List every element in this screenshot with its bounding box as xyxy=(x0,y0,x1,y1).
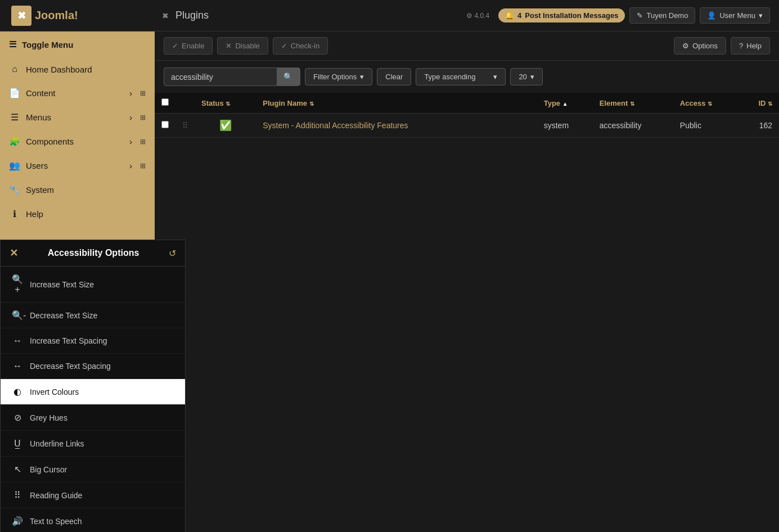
id-header[interactable]: ID ⇅ xyxy=(740,93,780,114)
home-icon: ⌂ xyxy=(9,64,20,74)
chevron-down-icon: ▾ xyxy=(360,73,364,81)
users-icon: 👥 xyxy=(9,160,20,171)
increase-text-size-icon: 🔍+ xyxy=(12,274,23,295)
select-all-checkbox[interactable] xyxy=(161,98,169,106)
notification-button[interactable]: 🔔 4 Post Installation Messages xyxy=(498,8,625,22)
type-header[interactable]: Type ▲ xyxy=(537,93,593,114)
plugins-table-wrap: Status ⇅ Plugin Name ⇅ Type ▲ Eleme xyxy=(155,93,779,532)
sidebar-item-menus[interactable]: ☰ Menus › ⊞ xyxy=(0,105,155,129)
grid-icon: ⊞ xyxy=(140,162,146,170)
count-select[interactable]: 20 ▾ xyxy=(510,68,542,85)
panel-left-controls: ✕ xyxy=(10,247,18,259)
access-header[interactable]: Access ⇅ xyxy=(673,93,740,114)
chevron-down-icon: ▾ xyxy=(759,11,763,20)
options-button[interactable]: ⚙ Options xyxy=(674,37,726,55)
plugins-icon: ✖ xyxy=(162,11,169,20)
status-header[interactable]: Status ⇅ xyxy=(195,93,256,114)
accessibility-item-increase-text-spacing[interactable]: ↔ Increase Text Spacing xyxy=(1,328,185,354)
user-icon: 👤 xyxy=(707,11,716,20)
tuyen-demo-button[interactable]: ✎ Tuyen Demo xyxy=(629,7,695,24)
sidebar-item-help[interactable]: ℹ Help xyxy=(0,202,155,226)
content-icon: 📄 xyxy=(9,88,20,98)
accessibility-item-invert-colours[interactable]: ◐ Invert Colours xyxy=(1,379,185,405)
sort-arrows-status: ⇅ xyxy=(226,101,230,107)
element-label: Element xyxy=(600,99,628,107)
id-cell: 162 xyxy=(740,114,780,138)
drag-header xyxy=(175,93,195,114)
sort-label: Type ascending xyxy=(424,73,475,81)
status-enabled-icon[interactable]: ✅ xyxy=(219,120,232,131)
joomla-logo-icon: ✖ xyxy=(11,6,31,26)
checkin-button[interactable]: ✓ Check-in xyxy=(273,37,328,55)
row-checkbox-cell xyxy=(155,114,175,138)
row-checkbox[interactable] xyxy=(161,121,169,128)
type-cell: system xyxy=(537,114,593,138)
drag-handle[interactable]: ⠿ xyxy=(182,121,188,130)
notification-count: 4 xyxy=(517,11,521,20)
decrease-text-spacing-label: Decrease Text Spacing xyxy=(30,362,111,371)
disable-button[interactable]: ✕ Disable xyxy=(217,37,268,55)
panel-right-controls: ↺ xyxy=(169,248,176,259)
refresh-icon[interactable]: ↺ xyxy=(169,248,176,259)
page-title: Plugins xyxy=(175,10,455,21)
user-menu-label: User Menu xyxy=(719,11,755,20)
text-to-speech-label: Text to Speech xyxy=(30,517,82,526)
text-to-speech-icon: 🔊 xyxy=(12,516,23,526)
sidebar-item-label: Users xyxy=(26,161,48,170)
logo-text: Joomla! xyxy=(35,9,78,22)
filter-bar: 🔍 Filter Options ▾ Clear Type ascending … xyxy=(155,61,779,93)
panel-items-container: 🔍+ Increase Text Size 🔍- Decrease Text S… xyxy=(1,267,185,532)
id-label: ID xyxy=(758,99,766,107)
logo-area: ✖ Joomla! xyxy=(9,6,155,26)
increase-text-spacing-label: Increase Text Spacing xyxy=(30,336,107,345)
sidebar-item-label: Help xyxy=(26,209,43,219)
main-layout: ☰ Toggle Menu ⌂ Home Dashboard 📄 Content… xyxy=(0,31,779,532)
accessibility-item-big-cursor[interactable]: ↖ Big Cursor xyxy=(1,457,185,483)
sidebar-item-label: Content xyxy=(26,88,56,98)
accessibility-item-increase-text-size[interactable]: 🔍+ Increase Text Size xyxy=(1,267,185,303)
grey-hues-label: Grey Hues xyxy=(30,413,67,422)
accessibility-item-decrease-text-spacing[interactable]: ↔ Decrease Text Spacing xyxy=(1,354,185,379)
sort-arrows-id: ⇅ xyxy=(768,101,772,107)
search-input[interactable] xyxy=(164,69,277,85)
sidebar-item-label: System xyxy=(26,185,54,195)
accessibility-item-reading-guide[interactable]: ⠿ Reading Guide xyxy=(1,483,185,508)
toggle-menu-icon: ☰ xyxy=(9,39,16,49)
checkin-label: Check-in xyxy=(291,42,319,50)
help-label: Help xyxy=(746,42,762,50)
toggle-menu-item[interactable]: ☰ Toggle Menu xyxy=(0,31,155,57)
increase-text-spacing-icon: ↔ xyxy=(12,336,23,346)
user-menu-button[interactable]: 👤 User Menu ▾ xyxy=(700,7,770,24)
sort-select[interactable]: Type ascending ▾ xyxy=(416,68,506,85)
accessibility-item-underline-links[interactable]: U̲ Underline Links xyxy=(1,431,185,457)
help-button[interactable]: ? Help xyxy=(731,37,770,55)
invert-colours-label: Invert Colours xyxy=(30,387,79,396)
reading-guide-label: Reading Guide xyxy=(30,491,82,500)
plugin-name-link[interactable]: System - Additional Accessibility Featur… xyxy=(263,121,408,130)
enable-button[interactable]: ✓ Enable xyxy=(164,37,213,55)
accessibility-item-decrease-text-size[interactable]: 🔍- Decrease Text Size xyxy=(1,303,185,328)
chevron-right-icon: › xyxy=(129,161,132,170)
sidebar-item-content[interactable]: 📄 Content › ⊞ xyxy=(0,81,155,105)
drag-cell: ⠿ xyxy=(175,114,195,138)
filter-options-button[interactable]: Filter Options ▾ xyxy=(305,68,372,85)
options-label: Options xyxy=(692,42,718,50)
question-icon: ? xyxy=(739,42,743,50)
grid-icon: ⊞ xyxy=(140,138,146,146)
sidebar-item-home-dashboard[interactable]: ⌂ Home Dashboard xyxy=(0,57,155,81)
sidebar-item-system[interactable]: 🔧 System xyxy=(0,178,155,202)
element-cell: accessibility xyxy=(593,114,673,138)
sort-arrows-access: ⇅ xyxy=(708,101,712,107)
plugin-name-header[interactable]: Plugin Name ⇅ xyxy=(256,93,537,114)
clear-button[interactable]: Clear xyxy=(377,68,411,85)
close-icon[interactable]: ✕ xyxy=(10,247,18,259)
search-button[interactable]: 🔍 xyxy=(277,68,300,85)
grey-hues-icon: ⊘ xyxy=(12,412,23,423)
sidebar-item-components[interactable]: 🧩 Components › ⊞ xyxy=(0,129,155,154)
element-header[interactable]: Element ⇅ xyxy=(593,93,673,114)
accessibility-item-text-to-speech[interactable]: 🔊 Text to Speech xyxy=(1,508,185,532)
sidebar-item-users[interactable]: 👥 Users › ⊞ xyxy=(0,154,155,178)
panel-title: Accessibility Options xyxy=(48,248,139,258)
accessibility-item-grey-hues[interactable]: ⊘ Grey Hues xyxy=(1,405,185,431)
content-area: ✓ Enable ✕ Disable ✓ Check-in ⚙ Options … xyxy=(155,31,779,532)
